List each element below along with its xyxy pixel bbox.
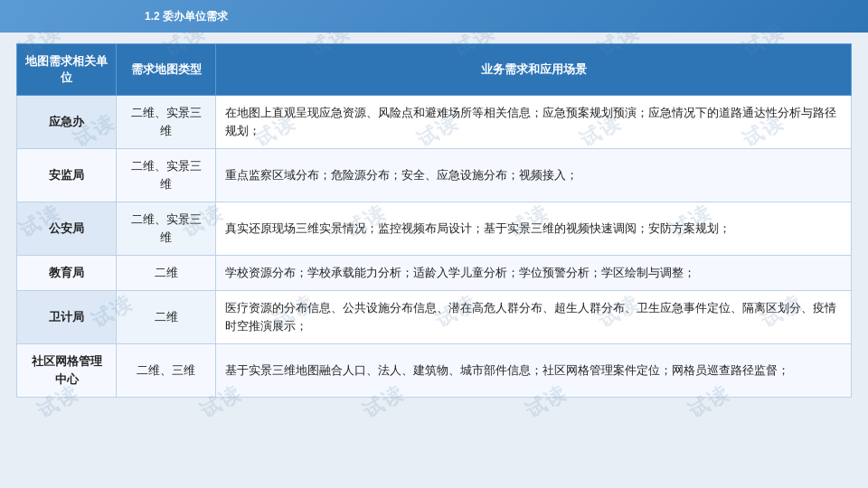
cell-type: 二维、实景三维: [117, 96, 216, 149]
cell-unit: 卫计局: [17, 291, 117, 344]
header-business: 业务需求和应用场景: [216, 44, 852, 96]
cell-unit: 教育局: [17, 256, 117, 291]
table-row: 卫计局二维医疗资源的分布信息、公共设施分布信息、潜在高危人群分布、超生人群分布、…: [17, 291, 852, 344]
main-content: 地图需求相关单位 需求地图类型 业务需求和应用场景 应急办二维、实景三维在地图上…: [0, 33, 868, 407]
cell-type: 二维: [117, 256, 216, 291]
cell-business: 学校资源分布；学校承载能力分析；适龄入学儿童分析；学位预警分析；学区绘制与调整；: [216, 256, 852, 291]
cell-business: 基于实景三维地图融合人口、法人、建筑物、城市部件信息；社区网格管理案件定位；网格…: [216, 344, 852, 398]
cell-business: 重点监察区域分布；危险源分布；安全、应急设施分布；视频接入；: [216, 149, 852, 202]
cell-type: 二维: [117, 291, 216, 344]
cell-unit: 公安局: [17, 202, 117, 256]
cell-type: 二维、实景三维: [117, 149, 216, 202]
header-type: 需求地图类型: [117, 44, 216, 96]
cell-type: 二维、三维: [117, 344, 216, 398]
table-row: 应急办二维、实景三维在地图上直观呈现应急资源、风险点和避难场所等相关信息；应急预…: [17, 96, 852, 149]
cell-business: 在地图上直观呈现应急资源、风险点和避难场所等相关信息；应急预案规划预演；应急情况…: [216, 96, 852, 149]
table-row: 公安局二维、实景三维真实还原现场三维实景情况；监控视频布局设计；基于实景三维的视…: [17, 202, 852, 256]
table-row: 社区网格管理中心二维、三维基于实景三维地图融合人口、法人、建筑物、城市部件信息；…: [17, 344, 852, 398]
table-row: 安监局二维、实景三维重点监察区域分布；危险源分布；安全、应急设施分布；视频接入；: [17, 149, 852, 202]
top-bar: 1.2 委办单位需求: [0, 0, 868, 33]
cell-type: 二维、实景三维: [117, 202, 216, 256]
cell-business: 真实还原现场三维实景情况；监控视频布局设计；基于实景三维的视频快速调阅；安防方案…: [216, 202, 852, 256]
cell-unit: 安监局: [17, 149, 117, 202]
table-header-row: 地图需求相关单位 需求地图类型 业务需求和应用场景: [17, 44, 852, 96]
cell-business: 医疗资源的分布信息、公共设施分布信息、潜在高危人群分布、超生人群分布、卫生应急事…: [216, 291, 852, 344]
cell-unit: 应急办: [17, 96, 117, 149]
section-title: 1.2 委办单位需求: [145, 9, 228, 24]
requirements-table: 地图需求相关单位 需求地图类型 业务需求和应用场景 应急办二维、实景三维在地图上…: [16, 43, 852, 398]
cell-unit: 社区网格管理中心: [17, 344, 117, 398]
table-row: 教育局二维学校资源分布；学校承载能力分析；适龄入学儿童分析；学位预警分析；学区绘…: [17, 256, 852, 291]
header-unit: 地图需求相关单位: [17, 44, 117, 96]
